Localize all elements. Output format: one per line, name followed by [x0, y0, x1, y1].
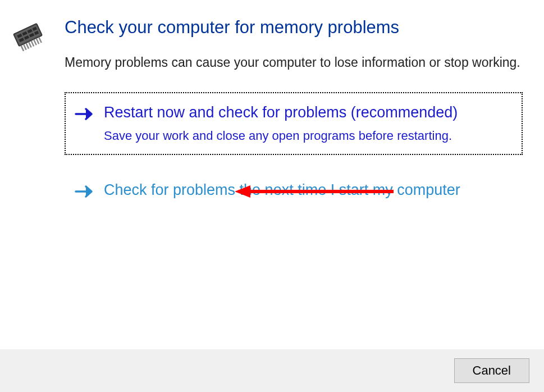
page-title: Check your computer for memory problems: [65, 17, 523, 39]
memory-chip-icon: [11, 17, 51, 228]
dialog-footer: Cancel: [0, 349, 544, 392]
option-check-next-start[interactable]: Check for problems the next time I start…: [65, 170, 523, 213]
option-description: Save your work and close any open progra…: [104, 127, 513, 144]
svg-line-13: [29, 42, 31, 48]
svg-line-15: [34, 39, 36, 45]
option-title: Check for problems the next time I start…: [104, 180, 513, 200]
arrow-right-icon: [75, 102, 94, 125]
svg-line-16: [36, 38, 39, 44]
option-title: Restart now and check for problems (reco…: [104, 102, 513, 122]
svg-line-17: [39, 37, 42, 43]
svg-line-10: [21, 45, 24, 51]
svg-line-14: [31, 40, 34, 46]
arrow-right-icon: [75, 180, 94, 202]
option-restart-now[interactable]: Restart now and check for problems (reco…: [65, 92, 523, 155]
svg-line-11: [24, 44, 26, 50]
page-description: Memory problems can cause your computer …: [65, 53, 523, 72]
svg-line-12: [26, 43, 29, 49]
cancel-button[interactable]: Cancel: [454, 358, 529, 383]
